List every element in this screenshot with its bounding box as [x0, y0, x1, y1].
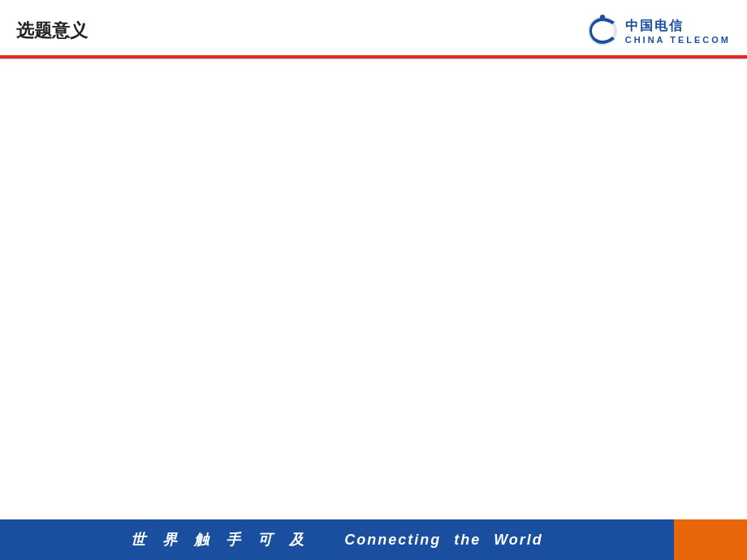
footer-blue-section: 世 界 触 手 可 及 Connecting the World [0, 519, 674, 560]
svg-rect-1 [600, 15, 605, 21]
footer-chinese-slogan: 世 界 触 手 可 及 [131, 530, 310, 549]
footer-the: the [454, 532, 481, 549]
footer-english-slogan: Connecting the World [344, 532, 543, 549]
china-telecom-logo-icon [585, 13, 620, 49]
page-header: 选题意义 中国电信 CHINA TELECOM [0, 0, 747, 55]
page-title: 选题意义 [16, 19, 88, 43]
footer-world: World [494, 532, 543, 549]
logo-china-text: 中国电信 [625, 18, 684, 35]
logo-area: 中国电信 CHINA TELECOM [585, 13, 731, 49]
footer: 世 界 触 手 可 及 Connecting the World [0, 519, 747, 560]
footer-orange-section [674, 519, 747, 560]
logo-telecom-text: CHINA TELECOM [625, 35, 731, 45]
logo-text: 中国电信 CHINA TELECOM [625, 18, 731, 45]
footer-connecting: Connecting [344, 532, 441, 549]
svg-point-0 [598, 26, 607, 36]
main-content-area [0, 59, 747, 519]
